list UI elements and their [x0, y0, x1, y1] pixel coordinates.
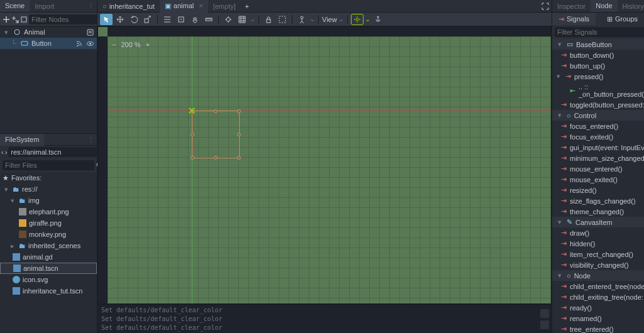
instance-scene-button[interactable] [11, 14, 19, 25]
nav-fwd-icon[interactable]: › [5, 146, 8, 158]
collapse-icon[interactable]: ▾ [555, 72, 562, 80]
fs-root[interactable]: ▾🖿res:// [0, 183, 97, 195]
tab-import[interactable]: Import [30, 1, 59, 12]
collapse-icon[interactable]: ▾ [556, 111, 564, 119]
nav-back-icon[interactable]: ‹ [1, 146, 4, 158]
signal-item[interactable]: ⇥button_down() [552, 50, 644, 60]
resize-handle[interactable] [237, 156, 241, 160]
tree-node-root[interactable]: ▾ Animal [0, 26, 97, 38]
anchor-tool-icon[interactable] [372, 14, 384, 25]
resize-handle[interactable] [237, 109, 241, 113]
viewport[interactable]: − 200 % + [97, 26, 552, 304]
scene-tab-active[interactable]: ▣animal× [160, 0, 208, 13]
zoom-in-icon[interactable]: + [146, 41, 150, 48]
group-icon[interactable] [276, 14, 289, 25]
fs-file[interactable]: inheritance_tut.tscn [0, 285, 97, 297]
script-icon[interactable] [86, 28, 94, 36]
tab-scene[interactable]: Scene [0, 0, 30, 12]
skeleton-icon[interactable] [296, 14, 308, 25]
resize-handle[interactable] [237, 133, 241, 136]
fs-file[interactable]: animal.gd [0, 251, 97, 263]
pan-mode-icon[interactable] [189, 14, 201, 25]
resize-handle[interactable] [191, 156, 194, 160]
collapse-icon[interactable]: ▾ [556, 40, 564, 48]
signals-filter-input[interactable] [555, 27, 644, 37]
tab-inspector[interactable]: Inspector [552, 1, 591, 12]
add-tab-icon[interactable]: + [241, 1, 253, 12]
signal-class-header[interactable]: ▾○Node [552, 270, 644, 281]
signal-item[interactable]: ⇥gui_input(event: InputEvent) [552, 142, 644, 153]
signal-class-header[interactable]: ▾✎CanvasItem [552, 217, 644, 227]
signal-item[interactable]: ⇥ready() [552, 302, 644, 313]
rotate-mode-icon[interactable] [128, 14, 140, 25]
signal-item[interactable]: ⇥focus_entered() [552, 121, 644, 131]
fs-panel-menu-icon[interactable]: ⋮ [85, 136, 97, 144]
fs-file-selected[interactable]: animal.tscn [0, 263, 97, 274]
signal-item[interactable]: ⇥draw() [552, 227, 644, 238]
distraction-free-icon[interactable] [539, 1, 552, 12]
collapse-icon[interactable]: ▾ [556, 271, 564, 280]
add-node-button[interactable] [3, 14, 10, 25]
signal-item[interactable]: ⇥minimum_size_changed() [552, 153, 644, 163]
signal-item[interactable]: ⇥renamed() [552, 313, 644, 324]
chevron-down-icon[interactable]: ⌄ [365, 15, 370, 23]
collapse-icon[interactable]: ▾ [556, 218, 564, 226]
view-menu[interactable]: View [322, 16, 337, 23]
lock-icon[interactable] [262, 14, 275, 25]
signal-class-header[interactable]: ▾▭BaseButton [552, 39, 644, 50]
resize-handle[interactable] [191, 133, 194, 136]
tab-history[interactable]: History [618, 1, 644, 12]
ruler-mode-icon[interactable] [203, 14, 215, 25]
skeleton-options-icon[interactable]: ⌄ [309, 15, 315, 23]
path-input[interactable] [8, 147, 100, 157]
pivot-mode-icon[interactable] [175, 14, 187, 25]
signal-item[interactable]: ▾⇥pressed() [552, 71, 644, 82]
signal-item[interactable]: ⇥toggled(button_pressed: bool) [552, 99, 644, 110]
anchor-preset-icon[interactable] [351, 14, 364, 25]
collapse-icon[interactable]: ▾ [3, 28, 10, 36]
tab-filesystem[interactable]: FileSystem [0, 134, 44, 146]
signal-item[interactable]: ⇥hidden() [552, 238, 644, 249]
list-select-icon[interactable] [161, 14, 174, 25]
signal-item[interactable]: ⇥mouse_entered() [552, 163, 644, 174]
subtab-groups[interactable]: ⊞Groups [601, 13, 644, 25]
signal-item[interactable]: ⇥child_exiting_tree(node: Node) [552, 292, 644, 302]
visibility-icon[interactable] [86, 39, 94, 48]
tree-node-child[interactable]: └ Button [0, 38, 97, 49]
subtab-signals[interactable]: ⇥Signals [552, 13, 596, 25]
fs-file[interactable]: monkey.png [0, 229, 97, 240]
fs-folder[interactable]: ▾🖿img [0, 195, 97, 206]
favorites-header[interactable]: ★Favorites: [0, 172, 97, 183]
signal-item[interactable]: ⇥button_up() [552, 60, 644, 71]
signal-item[interactable]: ⇥mouse_exited() [552, 174, 644, 185]
grid-snap-icon[interactable] [236, 14, 248, 25]
attach-script-button[interactable] [20, 14, 28, 25]
signal-item[interactable]: ⇥tree_entered() [552, 324, 644, 333]
scene-tab[interactable]: [empty] [208, 1, 241, 12]
scene-panel-menu-icon[interactable]: ⋮ [85, 2, 97, 10]
fs-file[interactable]: elephant.png [0, 206, 97, 217]
signal-item[interactable]: ⇥child_entered_tree(node: Node) [552, 281, 644, 292]
resize-handle[interactable] [214, 156, 218, 160]
signal-item[interactable]: ⇥resized() [552, 185, 644, 195]
chevron-down-icon[interactable]: ⌄ [338, 15, 344, 23]
expand-dock-icon[interactable] [540, 320, 549, 329]
zoom-value[interactable]: 200 % [121, 41, 140, 48]
signal-connection[interactable]: ⇤.. :: _on_button_pressed() [552, 82, 644, 99]
signal-item[interactable]: ⇥theme_changed() [552, 206, 644, 217]
move-mode-icon[interactable] [114, 14, 126, 25]
signal-item[interactable]: ⇥visibility_changed() [552, 259, 644, 270]
fs-folder[interactable]: ▸🖿inherited_scenes [0, 240, 97, 251]
scene-tab[interactable]: ○inheritance_tut [97, 1, 160, 12]
select-mode-icon[interactable] [100, 14, 113, 25]
tab-node[interactable]: Node [591, 0, 617, 12]
signal-item[interactable]: ⇥size_flags_changed() [552, 195, 644, 206]
scale-mode-icon[interactable] [142, 14, 154, 25]
zoom-out-icon[interactable]: − [112, 41, 116, 48]
signal-connected-icon[interactable] [74, 39, 83, 48]
smart-snap-icon[interactable] [222, 14, 235, 25]
selection-rect[interactable] [192, 111, 240, 158]
resize-handle[interactable] [214, 109, 218, 113]
close-icon[interactable]: × [199, 2, 203, 9]
fs-filter-input[interactable] [3, 160, 94, 170]
